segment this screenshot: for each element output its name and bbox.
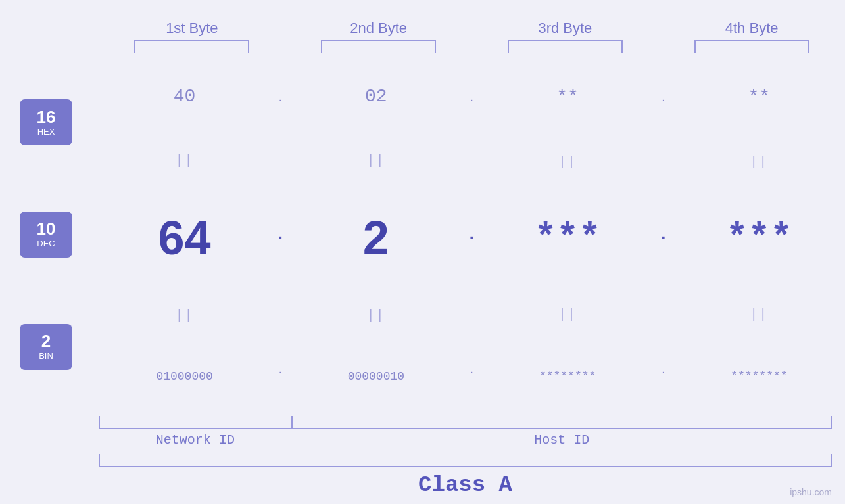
top-bracket-3 — [508, 40, 623, 53]
dec-number: 10 — [37, 220, 56, 237]
byte2-dec: 2 — [363, 214, 389, 262]
byte2-section: 02 || 2 || 00000010 — [290, 53, 462, 416]
bracket-col-4 — [658, 40, 845, 53]
bracket-col-3 — [472, 40, 659, 53]
byte1-bin: 01000000 — [156, 370, 212, 383]
class-bracket — [99, 454, 832, 467]
network-id-label: Network ID — [99, 429, 292, 451]
byte-headers: 1st Byte 2nd Byte 3rd Byte 4th Byte — [0, 20, 845, 37]
network-bracket — [99, 416, 292, 429]
byte1-eq1: || — [176, 153, 194, 168]
byte4-eq1: || — [750, 154, 768, 170]
byte3-header: 3rd Byte — [472, 20, 659, 37]
watermark: ipshu.com — [790, 487, 832, 497]
byte1-eq2: || — [176, 308, 194, 323]
dec-badge: 10 DEC — [20, 212, 72, 258]
bin-badge: 2 BIN — [20, 324, 72, 370]
id-labels: Network ID Host ID — [99, 429, 832, 451]
bracket-col-1 — [99, 40, 285, 53]
sep3: . . . — [654, 53, 673, 416]
top-bracket-1 — [134, 40, 249, 53]
byte2-bin: 00000010 — [348, 370, 404, 383]
byte1-hex: 40 — [174, 86, 196, 106]
host-id-label: Host ID — [292, 429, 832, 451]
byte2-eq1: || — [367, 153, 385, 168]
left-badges: 16 HEX 10 DEC 2 BIN — [0, 53, 92, 416]
byte3-hex: ** — [556, 87, 579, 107]
class-label: Class A — [99, 467, 832, 504]
byte4-hex: ** — [748, 87, 771, 107]
top-bracket-4 — [694, 40, 809, 53]
byte1-header: 1st Byte — [99, 20, 285, 37]
bottom-brackets — [99, 416, 832, 429]
byte1-dec: 64 — [158, 214, 211, 262]
byte4-bin: ******** — [731, 369, 787, 382]
byte4-header: 4th Byte — [658, 20, 845, 37]
byte2-hex: 02 — [365, 86, 387, 106]
sep1: . . . — [270, 53, 290, 416]
bin-number: 2 — [41, 332, 51, 350]
bin-label: BIN — [39, 351, 53, 361]
byte1-section: 40 || 64 || 01000000 — [99, 53, 270, 416]
host-bracket — [292, 416, 832, 429]
dec-label: DEC — [37, 239, 55, 248]
hex-number: 16 — [37, 108, 56, 126]
sep2: . . . — [462, 53, 482, 416]
byte4-dec: *** — [726, 217, 792, 259]
byte3-dec: *** — [535, 217, 601, 259]
byte3-eq1: || — [558, 154, 577, 170]
top-brackets — [0, 40, 845, 53]
hex-badge: 16 HEX — [20, 99, 72, 145]
byte4-section: ** || *** || ******** — [673, 53, 845, 416]
main-container: 1st Byte 2nd Byte 3rd Byte 4th Byte 16 H… — [0, 0, 845, 504]
hex-label: HEX — [37, 127, 55, 137]
byte2-eq2: || — [367, 308, 385, 323]
byte3-bin: ******** — [539, 369, 596, 382]
byte4-eq2: || — [750, 307, 768, 322]
byte3-eq2: || — [558, 307, 577, 322]
bottom-section: Network ID Host ID Class A — [0, 416, 845, 504]
top-bracket-2 — [321, 40, 436, 53]
bytes-grid: 40 || 64 || 01000000 . . . 02 || 2 || 00 — [99, 53, 845, 416]
byte2-header: 2nd Byte — [285, 20, 472, 37]
byte3-section: ** || *** || ******** — [482, 53, 654, 416]
bracket-col-2 — [285, 40, 472, 53]
